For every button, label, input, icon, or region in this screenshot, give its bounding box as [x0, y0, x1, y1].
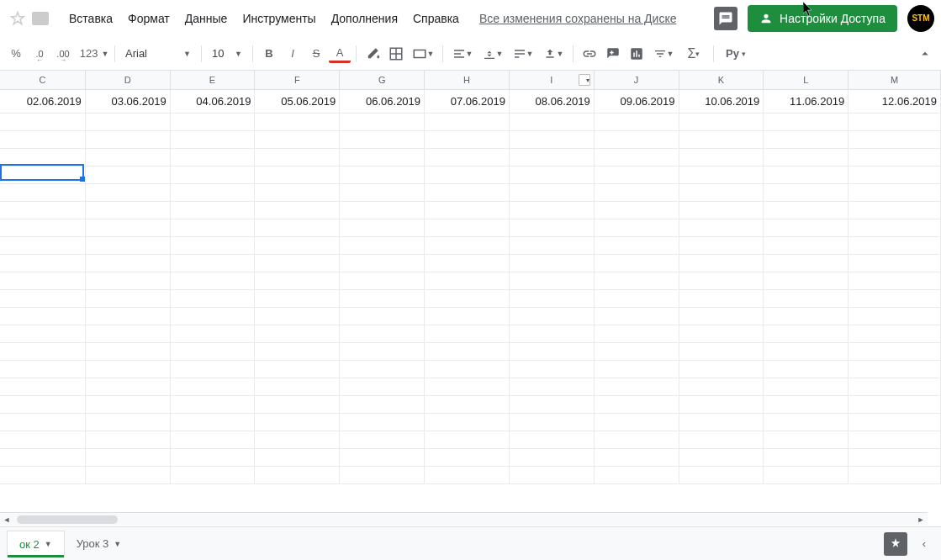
cell[interactable]: [425, 396, 510, 414]
cell[interactable]: [340, 343, 425, 361]
cell[interactable]: [595, 272, 679, 290]
cell[interactable]: [255, 272, 340, 290]
cell[interactable]: [425, 237, 510, 255]
cell[interactable]: [848, 361, 941, 378]
saved-status-link[interactable]: Все изменения сохранены на Диске: [479, 12, 677, 25]
column-header-G[interactable]: G: [340, 71, 425, 89]
cell[interactable]: [764, 184, 848, 202]
collapse-toolbar-button[interactable]: [914, 43, 936, 65]
cell[interactable]: [255, 131, 340, 149]
cell[interactable]: [848, 414, 941, 431]
insert-comment-button[interactable]: [602, 43, 624, 65]
cell[interactable]: [425, 202, 510, 219]
cell[interactable]: [171, 431, 256, 449]
cell[interactable]: [425, 272, 510, 290]
cell[interactable]: [510, 184, 595, 202]
cell[interactable]: [255, 449, 340, 467]
h-align-button[interactable]: ▼: [448, 43, 477, 65]
cell[interactable]: [848, 255, 941, 272]
cell[interactable]: [171, 131, 256, 149]
functions-button[interactable]: Σ▾: [679, 43, 708, 65]
cell[interactable]: [171, 325, 256, 343]
cell[interactable]: [340, 449, 425, 467]
scroll-right-arrow[interactable]: ►: [914, 513, 928, 526]
cell[interactable]: [86, 431, 171, 449]
cell[interactable]: [255, 237, 340, 255]
scroll-left-arrow[interactable]: ◄: [0, 513, 13, 526]
cell[interactable]: [425, 114, 510, 131]
account-avatar[interactable]: STM: [907, 5, 934, 32]
cell[interactable]: [848, 290, 941, 308]
cell[interactable]: [0, 131, 86, 149]
cell[interactable]: [171, 414, 256, 431]
cell[interactable]: [340, 237, 425, 255]
cell[interactable]: [764, 361, 848, 378]
cell[interactable]: [340, 396, 425, 414]
cell[interactable]: [340, 467, 425, 484]
cell[interactable]: [848, 202, 941, 219]
cell[interactable]: [86, 467, 171, 484]
cell[interactable]: [425, 361, 510, 378]
sheet-tab-menu-icon[interactable]: ▼: [114, 540, 121, 548]
cell[interactable]: [764, 255, 848, 272]
filter-button[interactable]: ▼: [649, 43, 678, 65]
cell[interactable]: [679, 255, 764, 272]
cell[interactable]: [86, 219, 171, 237]
cell[interactable]: [255, 184, 340, 202]
cell[interactable]: [340, 255, 425, 272]
cell[interactable]: [171, 114, 256, 131]
cell[interactable]: [171, 290, 256, 308]
cell[interactable]: 10.06.2019: [679, 90, 764, 114]
cell[interactable]: [86, 449, 171, 467]
cell[interactable]: [86, 308, 171, 325]
cell[interactable]: [425, 449, 510, 467]
spreadsheet-grid[interactable]: CDEFGHIJKLM 02.06.201903.06.201904.06.20…: [0, 71, 941, 525]
cell[interactable]: [0, 431, 86, 449]
column-header-K[interactable]: K: [679, 71, 764, 89]
cell[interactable]: [340, 308, 425, 325]
cell[interactable]: [425, 414, 510, 431]
cell[interactable]: 06.06.2019: [340, 90, 425, 114]
cell[interactable]: [255, 149, 340, 166]
cell[interactable]: [764, 149, 848, 166]
italic-button[interactable]: I: [282, 43, 304, 65]
cell[interactable]: [510, 343, 595, 361]
cell[interactable]: 05.06.2019: [255, 90, 340, 114]
explore-button[interactable]: [884, 532, 907, 556]
cell[interactable]: 12.06.2019: [848, 90, 941, 114]
cell[interactable]: [425, 308, 510, 325]
menu-addons[interactable]: Дополнения: [325, 8, 404, 29]
menu-help[interactable]: Справка: [406, 8, 466, 29]
cell[interactable]: [848, 272, 941, 290]
cell[interactable]: [0, 343, 86, 361]
cell[interactable]: [86, 237, 171, 255]
cell[interactable]: [595, 131, 679, 149]
cell[interactable]: [679, 308, 764, 325]
sheet-tab-2[interactable]: Урок 3 ▼: [65, 531, 134, 557]
cell[interactable]: [255, 202, 340, 219]
cell[interactable]: [848, 396, 941, 414]
format-percent-button[interactable]: %: [5, 43, 27, 65]
column-header-H[interactable]: H: [425, 71, 510, 89]
cell[interactable]: [679, 325, 764, 343]
cell[interactable]: [340, 149, 425, 166]
cell[interactable]: [0, 378, 86, 396]
cell[interactable]: [86, 361, 171, 378]
cell[interactable]: [679, 343, 764, 361]
cell[interactable]: [340, 325, 425, 343]
v-align-button[interactable]: ▼: [478, 43, 507, 65]
cell[interactable]: [0, 272, 86, 290]
cell[interactable]: [340, 431, 425, 449]
cell[interactable]: [510, 255, 595, 272]
cell[interactable]: [340, 131, 425, 149]
cell[interactable]: [595, 467, 679, 484]
font-size-select[interactable]: 10▼: [207, 43, 247, 65]
cell[interactable]: [340, 290, 425, 308]
column-header-J[interactable]: J: [595, 71, 679, 89]
cell[interactable]: [340, 202, 425, 219]
cell[interactable]: [255, 114, 340, 131]
cell[interactable]: [340, 414, 425, 431]
cell[interactable]: [595, 114, 679, 131]
cell[interactable]: [425, 149, 510, 166]
cell[interactable]: [510, 378, 595, 396]
